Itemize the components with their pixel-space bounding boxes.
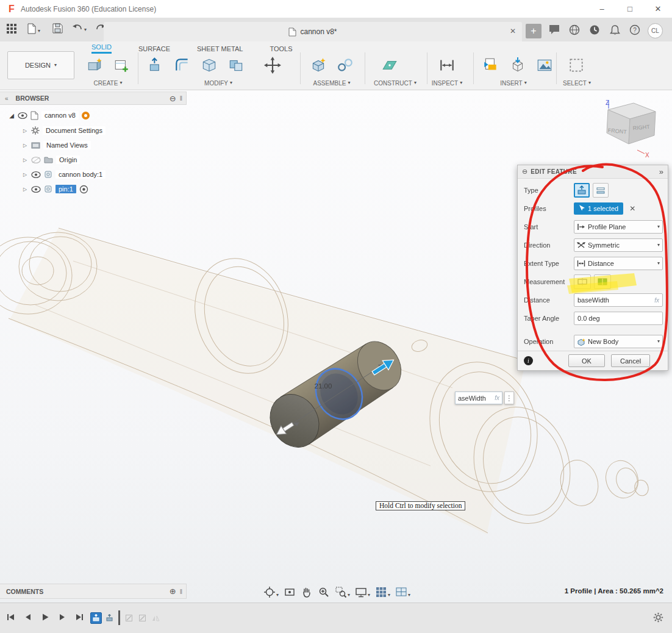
visibility-off-eye-icon[interactable] (31, 157, 41, 163)
browser-item-origin[interactable]: ▷ Origin (22, 153, 80, 166)
orbit-button[interactable]: ▾ (263, 586, 279, 598)
operation-dropdown[interactable]: New Body ▾ (574, 335, 663, 348)
help-button[interactable]: ? (629, 24, 640, 35)
activate-component-icon[interactable] (79, 185, 88, 194)
tab-close-icon[interactable]: ✕ (510, 27, 516, 35)
create-sketch-button[interactable] (111, 55, 132, 76)
extrude-solid-type-button[interactable] (574, 183, 590, 198)
comments-button[interactable] (549, 24, 560, 35)
measure-button[interactable] (437, 55, 457, 76)
root-label[interactable]: cannon v8 (41, 111, 79, 120)
visibility-eye-icon[interactable] (31, 186, 41, 193)
notifications-button[interactable] (610, 24, 620, 35)
start-dropdown[interactable]: Profile Plane ▾ (574, 220, 663, 234)
expand-icon[interactable]: ▷ (22, 128, 28, 134)
item-label-selected[interactable]: pin:1 (55, 185, 76, 193)
tab-tools[interactable]: TOOLS (270, 45, 292, 54)
extrude-thin-type-button[interactable] (593, 183, 609, 198)
clear-selection-icon[interactable]: ✕ (629, 204, 635, 213)
fillet-button[interactable] (172, 55, 193, 76)
timeline-feature-extrude-selected[interactable] (90, 612, 102, 624)
workspace-switcher[interactable]: DESIGN ▾ (7, 51, 74, 79)
joint-button[interactable] (335, 55, 356, 76)
inspect-group-button[interactable]: INSPECT ▾ (424, 80, 470, 87)
input-drag-handle[interactable]: ⋮ (504, 392, 514, 404)
expand-icon[interactable]: ▷ (22, 172, 28, 177)
job-status-button[interactable] (589, 24, 600, 35)
collapse-panel-icon[interactable]: « (5, 95, 9, 102)
browser-item-pin[interactable]: ▷ pin:1 (22, 182, 88, 196)
tab-surface[interactable]: SURFACE (138, 45, 170, 54)
expand-icon[interactable]: ▷ (22, 187, 28, 192)
cancel-button[interactable]: Cancel (611, 354, 650, 367)
timeline-position-marker[interactable] (118, 610, 120, 625)
move-copy-button[interactable] (262, 55, 283, 76)
timeline-feature-sketch[interactable] (123, 612, 135, 624)
go-to-start-button[interactable] (6, 612, 16, 622)
account-avatar[interactable]: CL (648, 23, 663, 38)
construct-group-button[interactable]: CONSTRUCT ▾ (366, 80, 424, 87)
minimize-button[interactable]: – (588, 0, 616, 18)
timeline-feature-sketch[interactable] (137, 612, 148, 624)
viewports-button[interactable]: ▾ (395, 586, 410, 598)
browser-root-row[interactable]: ◢ cannon v8 (9, 109, 90, 122)
dialog-expand-icon[interactable]: » (659, 167, 663, 176)
item-label[interactable]: Document Settings (43, 126, 105, 135)
distance-input[interactable]: baseWidth fx (574, 293, 663, 307)
combine-button[interactable] (226, 55, 246, 76)
web-button[interactable] (569, 24, 580, 35)
profiles-selected-chip[interactable]: 1 selected (574, 202, 623, 215)
panel-minus-icon[interactable]: ⊖ (170, 94, 176, 103)
insert-mesh-button[interactable] (507, 55, 528, 76)
select-button[interactable] (566, 55, 587, 76)
root-expand-icon[interactable]: ◢ (9, 112, 15, 119)
timeline-settings-button[interactable] (653, 612, 663, 623)
save-button[interactable] (52, 23, 63, 34)
maximize-button[interactable]: □ (616, 0, 644, 18)
app-grid-button[interactable] (6, 23, 17, 34)
assemble-group-button[interactable]: ASSEMBLE ▾ (304, 80, 360, 87)
floating-dimension-input[interactable]: aseWidth fx ⋮ (455, 392, 514, 404)
document-tab[interactable]: cannon v8* ✕ (104, 22, 522, 41)
select-group-button[interactable]: SELECT ▾ (556, 80, 598, 87)
viewcube[interactable]: FRONT RIGHT Z X (595, 98, 668, 162)
create-group-button[interactable]: CREATE ▾ (84, 80, 132, 87)
canvas-insert-button[interactable] (534, 55, 555, 76)
step-back-button[interactable] (23, 612, 33, 622)
play-button[interactable] (40, 612, 50, 622)
panel-grip-icon[interactable]: ‖ (180, 95, 182, 102)
dialog-header[interactable]: ⊖ EDIT FEATURE » (518, 165, 668, 179)
insert-group-button[interactable]: INSERT ▾ (481, 80, 546, 87)
zoom-button[interactable] (318, 586, 330, 598)
extent-type-dropdown[interactable]: Distance ▾ (574, 257, 663, 270)
go-to-end-button[interactable] (74, 612, 84, 622)
measurement-whole-button[interactable] (594, 274, 611, 289)
expand-icon[interactable]: ▷ (22, 157, 28, 163)
insert-svg-button[interactable] (481, 55, 501, 76)
zoom-window-button[interactable]: ▾ (335, 586, 350, 598)
panel-grip-icon[interactable]: ‖ (180, 588, 182, 595)
step-forward-button[interactable] (57, 612, 67, 622)
tab-solid[interactable]: SOLID (91, 43, 112, 54)
direction-dropdown[interactable]: Symmetric ▾ (574, 238, 663, 252)
new-tab-button[interactable]: + (526, 24, 542, 38)
undo-button[interactable]: ▾ (72, 23, 87, 33)
close-button[interactable]: ✕ (644, 0, 672, 18)
timeline-feature-extrude[interactable] (104, 612, 115, 624)
modify-group-button[interactable]: MODIFY ▾ (145, 80, 291, 87)
pan-button[interactable] (301, 586, 313, 598)
comments-bar[interactable]: COMMENTS ⊕ ‖ (0, 584, 187, 599)
tab-sheet-metal[interactable]: SHEET METAL (197, 45, 243, 54)
item-label[interactable]: cannon body:1 (55, 170, 105, 179)
measurement-half-button[interactable] (574, 274, 591, 289)
look-at-button[interactable] (284, 586, 296, 598)
construct-plane-button[interactable] (379, 55, 400, 76)
ok-button[interactable]: OK (568, 354, 605, 367)
create-form-button[interactable] (84, 55, 105, 76)
new-component-button[interactable] (308, 55, 329, 76)
browser-item-document-settings[interactable]: ▷ Document Settings (22, 124, 105, 137)
info-icon[interactable]: i (524, 356, 533, 365)
expand-icon[interactable]: ▷ (22, 143, 28, 148)
taper-angle-input[interactable]: 0.0 deg (574, 312, 663, 325)
item-label[interactable]: Origin (56, 156, 80, 164)
